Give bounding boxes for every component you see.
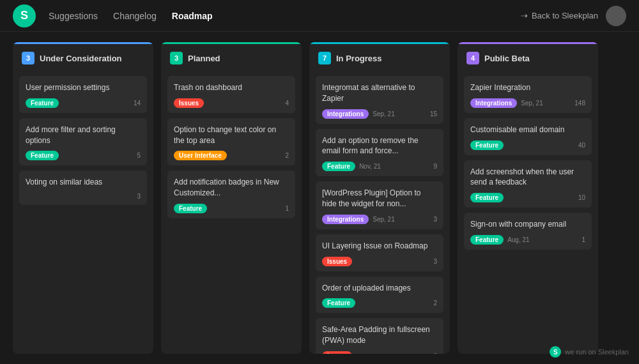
card-footer-left: Feature: [26, 151, 59, 160]
column-title-in-progress: In Progress: [336, 54, 382, 63]
card[interactable]: Add an option to remove the email form a…: [316, 129, 443, 177]
card-badge: Feature: [470, 235, 504, 245]
logo[interactable]: S: [13, 4, 36, 27]
card-title: Customisable email domain: [470, 125, 585, 135]
column-public-beta: 4Public BetaZapier IntegrationIntegratio…: [458, 42, 598, 354]
card-date: Sep, 21: [521, 100, 543, 107]
card-footer: Issues2: [322, 351, 437, 354]
card-footer-left: Feature: [322, 298, 355, 308]
column-title-under-consideration: Under Consideration: [40, 54, 122, 63]
card-footer: Feature5: [26, 151, 141, 160]
card-date: Aug, 21: [507, 236, 529, 243]
card-badge: Feature: [174, 204, 207, 213]
card-badge: Issues: [322, 351, 352, 354]
card-footer: Feature40: [470, 140, 585, 150]
card[interactable]: Safe-Area Padding in fullscreen (PWA) mo…: [316, 318, 443, 354]
card-title: Integromat as alternative to Zapier: [322, 82, 437, 104]
card[interactable]: Add more filter and sorting optionsFeatu…: [19, 118, 147, 166]
card-date: Sep, 21: [373, 216, 394, 223]
footer-label: we run on Sleekplan: [565, 348, 629, 356]
header-right: ⇢ Back to Sleekplan: [521, 6, 626, 26]
card-badge: User Interface: [174, 151, 227, 160]
nav-item-suggestions[interactable]: Suggestions: [49, 11, 98, 21]
card-footer: IntegrationsSep, 2115: [322, 109, 437, 119]
card-badge: Integrations: [322, 109, 369, 119]
column-count-planned: 3: [170, 52, 183, 64]
card-title: Add screenshot when the user send a feed…: [470, 167, 585, 188]
card-date: Sep, 21: [373, 110, 394, 118]
column-body-public-beta: Zapier IntegrationIntegrationsSep, 21148…: [458, 71, 598, 354]
card-count: 15: [430, 110, 437, 118]
column-title-planned: Planned: [188, 54, 220, 63]
column-count-in-progress: 7: [318, 52, 331, 64]
card-title: Add more filter and sorting options: [26, 125, 141, 146]
column-header-under-consideration: 3Under Consideration: [13, 42, 153, 71]
column-header-in-progress: 7In Progress: [309, 42, 450, 71]
card-badge: Feature: [26, 98, 59, 108]
column-header-public-beta: 4Public Beta: [458, 42, 598, 71]
card-footer-left: Feature: [470, 140, 504, 150]
column-body-planned: Trash on dashboardIssues4Option to chang…: [161, 71, 302, 354]
card-title: Add notification badges in New Customize…: [174, 177, 289, 199]
card[interactable]: Add notification badges in New Customize…: [167, 171, 295, 218]
nav-item-roadmap[interactable]: Roadmap: [172, 11, 213, 21]
card-title: Zapier Integration: [470, 82, 585, 93]
card-count: 2: [433, 353, 437, 354]
card-footer: Feature14: [26, 98, 141, 108]
card[interactable]: Customisable email domainFeature40: [464, 118, 592, 155]
card[interactable]: Integromat as alternative to ZapierInteg…: [316, 76, 443, 124]
card-footer: Issues4: [174, 98, 289, 108]
card-footer: FeatureAug, 211: [470, 235, 585, 245]
card-title: Trash on dashboard: [174, 82, 289, 93]
card[interactable]: [WordPress Plugin] Option to hide the wi…: [316, 181, 443, 229]
card-badge: Feature: [26, 151, 59, 160]
card-title: Order of uploaded images: [322, 283, 437, 294]
card[interactable]: User permission settingsFeature14: [19, 76, 147, 113]
card-footer: FeatureNov, 219: [322, 162, 437, 171]
back-link[interactable]: ⇢ Back to Sleekplan: [521, 11, 598, 20]
card[interactable]: Trash on dashboardIssues4: [167, 76, 295, 113]
footer-logo: S: [550, 346, 561, 358]
card-badge: Integrations: [322, 215, 369, 224]
card-badge: Feature: [470, 193, 504, 202]
card-footer: User Interface2: [174, 151, 289, 160]
column-under-consideration: 3Under ConsiderationUser permission sett…: [13, 42, 153, 354]
column-planned: 3PlannedTrash on dashboardIssues4Option …: [161, 42, 302, 354]
card-footer: Feature1: [174, 204, 289, 213]
nav-item-changelog[interactable]: Changelog: [113, 11, 157, 21]
card[interactable]: Voting on similar ideas3: [19, 171, 147, 205]
card-count: 4: [285, 100, 289, 107]
card[interactable]: Add screenshot when the user send a feed…: [464, 160, 592, 208]
card[interactable]: Zapier IntegrationIntegrationsSep, 21148: [464, 76, 592, 113]
card-count: 2: [433, 300, 437, 307]
card-title: [WordPress Plugin] Option to hide the wi…: [322, 188, 437, 209]
link-icon: ⇢: [521, 11, 528, 20]
card-footer-left: FeatureAug, 21: [470, 235, 530, 245]
card-badge: Issues: [322, 257, 352, 266]
card-badge: Feature: [322, 298, 355, 308]
card[interactable]: Order of uploaded imagesFeature2: [316, 277, 443, 314]
card[interactable]: Sign-on with company emailFeatureAug, 21…: [464, 213, 592, 250]
card-title: Voting on similar ideas: [26, 177, 141, 188]
card-badge: Feature: [470, 140, 504, 150]
card-count: 9: [433, 163, 437, 170]
column-body-under-consideration: User permission settingsFeature14Add mor…: [13, 71, 153, 354]
card-footer-left: Feature: [26, 98, 59, 108]
column-in-progress: 7In ProgressIntegromat as alternative to…: [309, 42, 450, 354]
card-footer-left: IntegrationsSep, 21: [322, 109, 395, 119]
avatar[interactable]: [606, 6, 626, 26]
card-badge: Integrations: [470, 98, 517, 108]
card-footer-left: Issues: [322, 351, 352, 354]
card-count: 2: [285, 152, 289, 159]
card-footer-left: Feature: [174, 204, 207, 213]
card-footer: 3: [26, 193, 141, 200]
card[interactable]: Option to change text color on the top a…: [167, 118, 295, 166]
card-count: 10: [578, 194, 585, 201]
card-footer-left: FeatureNov, 21: [322, 162, 381, 171]
card-footer: IntegrationsSep, 213: [322, 215, 437, 224]
card-title: Sign-on with company email: [470, 219, 585, 230]
card-badge: Feature: [322, 162, 355, 171]
header: S SuggestionsChangelogRoadmap ⇢ Back to …: [0, 0, 639, 32]
card[interactable]: UI Layering Issue on RoadmapIssues3: [316, 234, 443, 271]
card-count: 40: [578, 142, 585, 149]
